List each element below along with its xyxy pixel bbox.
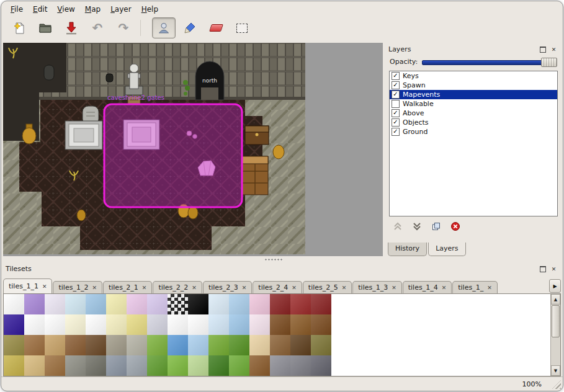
brush-tool-button[interactable] — [178, 17, 202, 38]
tileset-tile[interactable] — [229, 335, 249, 355]
tileset-tile[interactable] — [24, 294, 45, 314]
redo-button[interactable]: ↷ — [112, 17, 135, 38]
menu-layer[interactable]: Layer — [106, 4, 135, 15]
tileset-tile[interactable] — [147, 294, 168, 314]
tileset-tile[interactable] — [127, 335, 147, 355]
tileset-tab[interactable]: tiles_2_4 ✕ — [253, 281, 302, 293]
layer-row[interactable]: ✓ Spawn — [390, 81, 557, 90]
tileset-tile[interactable] — [65, 355, 86, 376]
menu-edit[interactable]: Edit — [29, 4, 51, 15]
tileset-tile[interactable] — [229, 314, 249, 335]
layer-row[interactable]: Walkable — [390, 99, 557, 109]
menu-view[interactable]: View — [53, 4, 79, 15]
raise-layer-button[interactable] — [392, 221, 403, 231]
tileset-tile[interactable] — [311, 355, 331, 376]
tab-close-icon[interactable]: ✕ — [487, 285, 492, 291]
tab-close-icon[interactable]: ✕ — [142, 285, 147, 291]
tileset-tile[interactable] — [4, 335, 24, 355]
tileset-scrollbar[interactable]: ▲ ▼ — [550, 294, 560, 376]
map-selection[interactable] — [104, 104, 242, 207]
event-tool-button[interactable] — [152, 17, 176, 38]
layer-row[interactable]: ✓ Ground — [390, 127, 557, 136]
tileset-tile[interactable] — [86, 314, 106, 335]
tileset-tab[interactable]: tiles_2_2 ✕ — [153, 281, 202, 293]
tab-close-icon[interactable]: ✕ — [442, 285, 447, 291]
tileset-tile[interactable] — [270, 355, 290, 376]
tileset-tab[interactable]: tiles_2_5 ✕ — [303, 281, 352, 293]
tileset-tile[interactable] — [45, 314, 65, 335]
opacity-slider[interactable] — [422, 57, 557, 66]
tileset-tile[interactable] — [147, 314, 168, 335]
layer-row[interactable]: ✓ Above — [390, 109, 557, 118]
tileset-tile[interactable] — [168, 294, 188, 314]
close-dock-button[interactable]: ✕ — [549, 45, 558, 54]
tileset-tile[interactable] — [65, 294, 86, 314]
tab-history[interactable]: History — [388, 243, 427, 256]
close-dock-button[interactable]: ✕ — [549, 265, 558, 274]
layer-row-selected[interactable]: ✓ Mapevents — [390, 90, 557, 99]
tileset-tile[interactable] — [290, 294, 311, 314]
float-dock-button[interactable] — [538, 265, 547, 274]
tileset-tab[interactable]: tiles_2_1 ✕ — [103, 281, 152, 293]
tileset-tile[interactable] — [270, 294, 290, 314]
menu-file[interactable]: File — [6, 4, 27, 15]
new-file-button[interactable] — [7, 17, 31, 38]
tileset-tile[interactable] — [249, 314, 270, 335]
tileset-tile[interactable] — [65, 335, 86, 355]
map-canvas[interactable]: north — [3, 43, 383, 256]
tileset-tile[interactable] — [168, 355, 188, 376]
tileset-tab[interactable]: tiles_2_3 ✕ — [203, 281, 252, 293]
duplicate-layer-button[interactable] — [431, 221, 442, 231]
tileset-tile[interactable] — [290, 314, 311, 335]
layer-checkbox[interactable]: ✓ — [392, 72, 400, 80]
tileset-tab[interactable]: tiles_1_ ✕ — [452, 281, 497, 293]
tileset-tile[interactable] — [147, 335, 168, 355]
tileset-tile[interactable] — [65, 314, 86, 335]
tab-close-icon[interactable]: ✕ — [292, 285, 297, 291]
tileset-tile[interactable] — [188, 314, 208, 335]
layer-checkbox[interactable]: ✓ — [392, 91, 400, 99]
tileset-tile[interactable] — [45, 335, 65, 355]
tileset-tile[interactable] — [270, 314, 290, 335]
tab-close-icon[interactable]: ✕ — [42, 283, 47, 290]
tileset-tile[interactable] — [188, 294, 208, 314]
tileset-tile[interactable] — [106, 335, 127, 355]
horizontal-splitter[interactable] — [1, 256, 563, 262]
tileset-tile[interactable] — [24, 335, 45, 355]
tileset-tab[interactable]: tiles_1_2 ✕ — [53, 281, 102, 293]
tileset-grid[interactable] — [4, 294, 331, 376]
menu-map[interactable]: Map — [81, 4, 105, 15]
tileset-tile[interactable] — [188, 335, 208, 355]
tileset-tile[interactable] — [4, 294, 24, 314]
tab-layers[interactable]: Layers — [428, 243, 465, 256]
layer-checkbox[interactable]: ✓ — [392, 81, 400, 89]
tileset-tile[interactable] — [311, 294, 331, 314]
layer-row[interactable]: ✓ Objects — [390, 118, 557, 127]
delete-layer-button[interactable] — [450, 221, 461, 231]
layer-checkbox[interactable] — [392, 100, 400, 108]
map-viewport[interactable]: north — [3, 43, 383, 256]
tileset-tab[interactable]: tiles_1_4 ✕ — [403, 281, 452, 293]
tileset-tile[interactable] — [208, 355, 229, 376]
layer-checkbox[interactable]: ✓ — [392, 118, 400, 127]
tileset-tile[interactable] — [208, 294, 229, 314]
undo-button[interactable]: ↶ — [86, 17, 109, 38]
tileset-tile[interactable] — [311, 335, 331, 355]
tileset-tile[interactable] — [127, 294, 147, 314]
tileset-tile[interactable] — [4, 355, 24, 376]
tab-close-icon[interactable]: ✕ — [92, 285, 97, 291]
tileset-tile[interactable] — [249, 355, 270, 376]
layer-checkbox[interactable]: ✓ — [392, 109, 400, 117]
tileset-tile[interactable] — [168, 335, 188, 355]
tileset-tile[interactable] — [86, 335, 106, 355]
tileset-tile[interactable] — [249, 335, 270, 355]
tileset-tile[interactable] — [208, 314, 229, 335]
tileset-tile[interactable] — [249, 294, 270, 314]
scrollbar-thumb[interactable] — [552, 305, 560, 337]
layer-row[interactable]: ✓ Keys — [390, 71, 557, 81]
tileset-tile[interactable] — [290, 355, 311, 376]
tileset-tile[interactable] — [127, 314, 147, 335]
tileset-tile[interactable] — [208, 335, 229, 355]
tab-close-icon[interactable]: ✕ — [342, 285, 347, 291]
tileset-tile[interactable] — [270, 335, 290, 355]
